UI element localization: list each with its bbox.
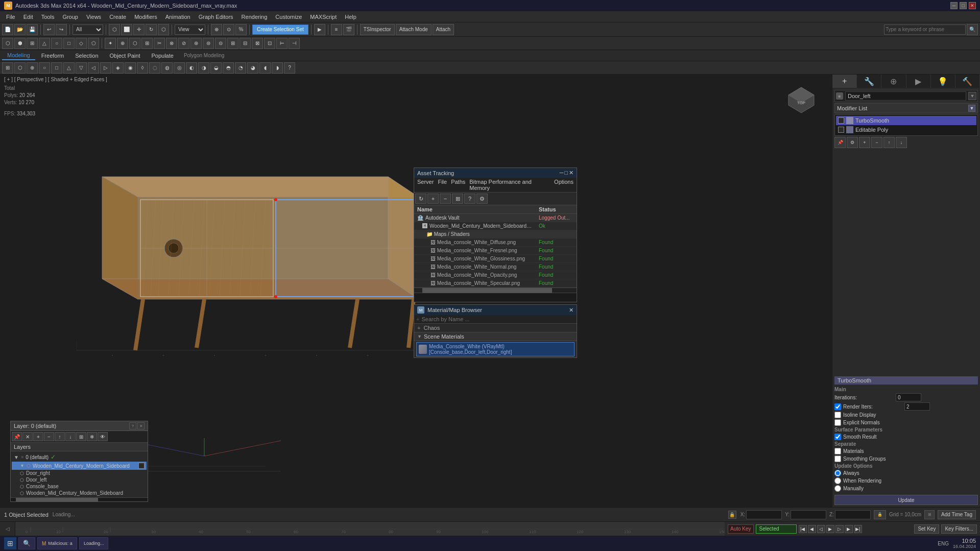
poly-btn-23[interactable]: ⊢	[276, 38, 288, 49]
redo-btn[interactable]: ↪	[56, 24, 67, 35]
menu-graph-editors[interactable]: Graph Editors	[195, 13, 237, 21]
tb3-btn23[interactable]: ◗	[272, 62, 283, 74]
mod-remove-btn[interactable]: −	[871, 137, 882, 148]
at-menu-server[interactable]: Server	[417, 179, 434, 191]
at-menu-file[interactable]: File	[438, 179, 447, 191]
maximize-button[interactable]: □	[960, 2, 967, 9]
tb3-btn1[interactable]: ⊞	[2, 62, 13, 74]
when-rendering-radio[interactable]	[834, 477, 841, 484]
tab-object-paint[interactable]: Object Paint	[105, 52, 146, 60]
tab-selection[interactable]: Selection	[70, 52, 103, 60]
at-row-vault[interactable]: 🏦Autodesk Vault Logged Out...	[414, 214, 577, 222]
layer-child-wooden[interactable]: ⬡ Wooden_Mid_Century_Modern_Sideboard	[12, 490, 147, 496]
rotate-btn[interactable]: ↻	[146, 24, 157, 35]
lock-icon[interactable]: 🔒	[728, 511, 736, 519]
z-input[interactable]	[835, 510, 871, 519]
layer-scrollbar-thumb[interactable]	[16, 498, 98, 502]
save-btn[interactable]: 💾	[27, 24, 38, 35]
tab-freeform[interactable]: Freeform	[36, 52, 69, 60]
menu-rendering[interactable]: Rendering	[237, 13, 272, 21]
tb3-btn17[interactable]: ◑	[198, 62, 209, 74]
at-scrollbar[interactable]	[414, 288, 577, 293]
layer-tb-pin[interactable]: 📌	[12, 432, 22, 441]
at-view-btn[interactable]: ⊞	[452, 194, 463, 204]
poly-btn-10[interactable]: ⊕	[117, 38, 128, 49]
mb-material-item[interactable]: Media_Console_White (VRayMtl) [Console_b…	[416, 342, 575, 356]
at-row-specular[interactable]: 🖼 Media_console_White_Specular.png Found	[414, 279, 577, 288]
right-tab-display[interactable]: 💡	[931, 75, 955, 88]
key-filters-btn[interactable]: Key Filters...	[941, 524, 977, 534]
obj-options-btn[interactable]: ▼	[968, 92, 976, 100]
layer-tb-up[interactable]: ↑	[55, 432, 65, 441]
poly-btn-4[interactable]: △	[39, 38, 50, 49]
poly-btn-13[interactable]: ✂	[154, 38, 165, 49]
tb3-btn22[interactable]: ◖	[259, 62, 271, 74]
at-settings-btn[interactable]: ⚙	[476, 194, 488, 204]
right-tab-utilities[interactable]: 🔨	[955, 75, 980, 88]
snap-btn[interactable]: ⊕	[211, 24, 222, 35]
minimize-button[interactable]: ─	[950, 2, 958, 9]
tb3-btn14[interactable]: ◍	[161, 62, 173, 74]
manually-radio[interactable]	[834, 485, 841, 492]
poly-btn-14[interactable]: ⊗	[166, 38, 177, 49]
right-tab-create[interactable]: +	[832, 75, 857, 88]
at-add-btn[interactable]: +	[427, 194, 439, 204]
add-time-tag-btn[interactable]: Add Time Tag	[938, 510, 976, 519]
menu-help[interactable]: Help	[341, 13, 361, 21]
close-button[interactable]: ✕	[969, 2, 976, 9]
tb3-btn8[interactable]: ◁	[88, 62, 99, 74]
at-row-maps[interactable]: 📁 Maps / Shaders	[414, 230, 577, 238]
at-help-btn[interactable]: ?	[464, 194, 475, 204]
navigation-cube[interactable]: TOP	[786, 85, 817, 115]
search-btn[interactable]: 🔍	[967, 24, 978, 35]
tab-populate[interactable]: Populate	[146, 52, 178, 60]
at-row-diffuse[interactable]: 🖼 Media_console_White_Diffuse.png Found	[414, 238, 577, 247]
autokey-btn[interactable]: Auto Key	[728, 524, 754, 534]
tb3-btn4[interactable]: ○	[39, 62, 50, 74]
tb3-btn3[interactable]: ⊕	[27, 62, 38, 74]
coord-lock-btn[interactable]: 🔒	[874, 510, 886, 519]
tb3-btn6[interactable]: △	[63, 62, 75, 74]
tb3-btn24[interactable]: ?	[284, 62, 295, 74]
obj-color-swatch[interactable]: ■	[836, 92, 843, 100]
layer-child-console[interactable]: ⬡ Console_base	[12, 483, 147, 490]
poly-btn-11[interactable]: ⬡	[129, 38, 140, 49]
anim-first-btn[interactable]: |◀	[799, 525, 807, 533]
anim-prev-frame-btn[interactable]: ◁	[817, 525, 825, 533]
isoline-check[interactable]	[834, 412, 841, 418]
scale-btn[interactable]: ⬡	[158, 24, 169, 35]
tb3-btn10[interactable]: ◈	[112, 62, 124, 74]
at-menu-bitmap[interactable]: Bitmap Performance and Memory	[469, 179, 550, 191]
always-radio[interactable]	[834, 470, 841, 476]
poly-btn-12[interactable]: ⊞	[141, 38, 153, 49]
poly-btn-18[interactable]: ⊝	[215, 38, 226, 49]
create-selection-btn[interactable]: Create Selection Set	[252, 25, 308, 35]
right-tab-hierarchy[interactable]: ⊕	[881, 75, 906, 88]
poly-btn-17[interactable]: ⊜	[203, 38, 214, 49]
layer-help-btn[interactable]: ?	[129, 422, 136, 429]
at-maximize-btn[interactable]: □	[564, 170, 568, 176]
layer-item-default[interactable]: ▼ ≡ 0 (default) ✓	[12, 452, 147, 462]
tb3-btn5[interactable]: □	[51, 62, 62, 74]
render-btn[interactable]: 🎬	[343, 24, 354, 35]
poly-btn-2[interactable]: ⬢	[14, 38, 26, 49]
tb3-btn21[interactable]: ◕	[247, 62, 258, 74]
at-scrollbar-thumb[interactable]	[422, 288, 552, 293]
at-row-opacity[interactable]: 🖼 Media_console_White_Opacity.png Found	[414, 271, 577, 279]
move-btn[interactable]: ✛	[133, 24, 145, 35]
mb-search-input[interactable]	[421, 316, 575, 322]
smooth-result-check[interactable]	[834, 434, 841, 440]
taskbar-loading[interactable]: Loading...	[79, 537, 109, 549]
poly-btn-1[interactable]: ⬡	[2, 38, 13, 49]
anim-play-btn[interactable]: ▶	[826, 525, 834, 533]
at-row-max-file[interactable]: 🅼Wooden_Mid_Century_Modern_Sideboard_max…	[414, 222, 577, 230]
anim-next-frame-btn[interactable]: ▷	[835, 525, 844, 533]
mb-chaos-item[interactable]: Chaos	[414, 324, 577, 332]
tb3-btn16[interactable]: ◐	[186, 62, 197, 74]
at-remove-btn[interactable]: −	[440, 194, 451, 204]
undo-btn[interactable]: ↩	[43, 24, 55, 35]
tb3-btn20[interactable]: ◔	[235, 62, 246, 74]
anim-last-btn[interactable]: ▶|	[854, 525, 862, 533]
ts-inspector-btn[interactable]: TSInspector	[360, 24, 395, 35]
set-key-btn[interactable]: Set Key	[914, 524, 939, 534]
